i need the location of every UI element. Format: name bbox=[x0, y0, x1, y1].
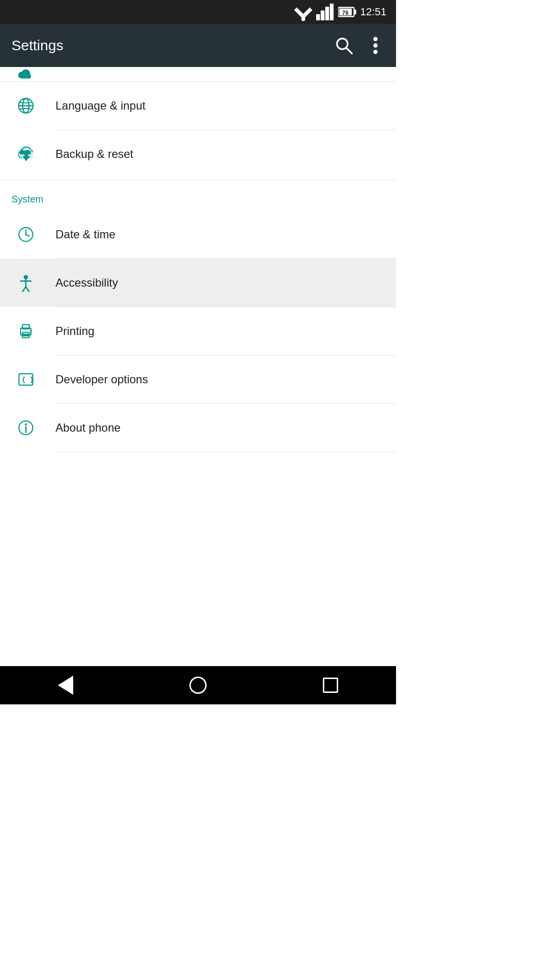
settings-list: Language & input Backup & reset System bbox=[0, 67, 396, 452]
recents-button[interactable] bbox=[323, 678, 338, 693]
svg-point-14 bbox=[374, 44, 378, 48]
clock-icon bbox=[11, 220, 40, 249]
cloud-icon bbox=[17, 67, 35, 81]
system-section-header: System bbox=[0, 180, 396, 211]
accessibility-label: Accessibility bbox=[55, 276, 118, 290]
partial-icon bbox=[11, 67, 40, 81]
svg-point-13 bbox=[374, 37, 378, 41]
globe-icon bbox=[11, 91, 40, 120]
status-time: 12:51 bbox=[360, 6, 386, 18]
svg-rect-8 bbox=[354, 10, 356, 14]
more-options-icon bbox=[366, 36, 385, 55]
home-button[interactable] bbox=[189, 677, 207, 694]
date-time-label: Date & time bbox=[55, 228, 115, 241]
home-icon bbox=[189, 677, 207, 694]
svg-rect-4 bbox=[320, 11, 324, 21]
svg-text:{ }: { } bbox=[22, 376, 34, 383]
app-bar-actions bbox=[335, 36, 385, 55]
system-section-label: System bbox=[11, 194, 44, 204]
more-options-button[interactable] bbox=[366, 36, 385, 55]
developer-options-label: Developer options bbox=[55, 373, 148, 386]
svg-line-28 bbox=[22, 287, 26, 292]
svg-point-24 bbox=[25, 234, 27, 235]
settings-item-backup-reset[interactable]: Backup & reset bbox=[0, 130, 396, 178]
settings-item-language-input[interactable]: Language & input bbox=[0, 82, 396, 130]
svg-rect-5 bbox=[325, 7, 329, 21]
back-icon bbox=[58, 676, 73, 695]
settings-item-about-phone[interactable]: About phone bbox=[0, 404, 396, 452]
printing-label: Printing bbox=[55, 324, 94, 338]
info-icon bbox=[11, 413, 40, 442]
search-icon bbox=[335, 36, 353, 55]
settings-item-accessibility[interactable]: Accessibility bbox=[0, 259, 396, 307]
settings-item-developer-options[interactable]: { } Developer options bbox=[0, 356, 396, 403]
signal-icon bbox=[316, 3, 334, 21]
svg-rect-6 bbox=[330, 4, 333, 21]
settings-item-date-time[interactable]: Date & time bbox=[0, 211, 396, 258]
wifi-icon bbox=[294, 3, 312, 21]
navigation-bar bbox=[0, 666, 396, 704]
page-title: Settings bbox=[11, 37, 63, 54]
backup-reset-label: Backup & reset bbox=[55, 147, 133, 161]
back-button[interactable] bbox=[58, 676, 73, 695]
battery-icon: 76 bbox=[338, 3, 356, 21]
status-bar: 76 12:51 bbox=[0, 0, 396, 24]
accessibility-icon bbox=[11, 268, 40, 297]
search-button[interactable] bbox=[335, 36, 353, 55]
settings-item-printing[interactable]: Printing bbox=[0, 307, 396, 355]
svg-line-12 bbox=[346, 47, 352, 53]
printer-icon bbox=[11, 317, 40, 345]
svg-point-15 bbox=[374, 50, 378, 54]
svg-marker-20 bbox=[24, 156, 28, 161]
backup-icon bbox=[11, 140, 40, 168]
app-bar: Settings bbox=[0, 24, 396, 67]
status-icons: 76 12:51 bbox=[294, 3, 386, 21]
svg-point-39 bbox=[25, 423, 27, 426]
svg-point-2 bbox=[301, 17, 305, 21]
svg-line-29 bbox=[26, 287, 29, 292]
language-input-label: Language & input bbox=[55, 99, 145, 112]
recents-icon bbox=[323, 678, 338, 693]
dev-options-icon: { } bbox=[11, 365, 40, 394]
svg-text:76: 76 bbox=[342, 10, 349, 16]
svg-point-33 bbox=[30, 330, 32, 332]
about-phone-label: About phone bbox=[55, 421, 121, 434]
partial-item bbox=[0, 67, 396, 81]
svg-rect-3 bbox=[316, 14, 320, 21]
